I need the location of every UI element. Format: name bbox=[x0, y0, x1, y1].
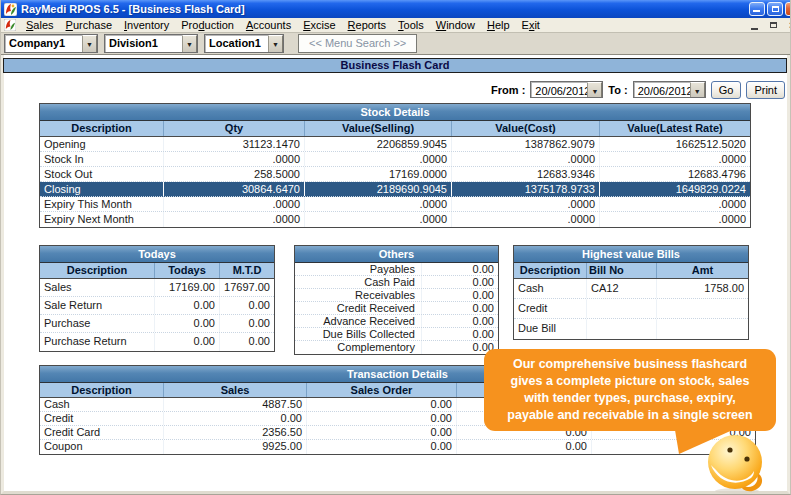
table-cell: 12683.4796 bbox=[600, 167, 750, 181]
table-cell: 0.00 bbox=[422, 276, 498, 288]
table-cell: 4887.50 bbox=[164, 398, 307, 411]
chevron-down-icon[interactable]: ▼ bbox=[182, 35, 197, 52]
column-header: Amt bbox=[657, 263, 748, 278]
table-header-row: DescriptionBill NoAmt bbox=[514, 263, 748, 279]
table-cell: .0000 bbox=[452, 197, 600, 211]
table-cell bbox=[657, 299, 748, 318]
page-title: Business Flash Card bbox=[3, 58, 787, 73]
table-cell: 9925.00 bbox=[164, 440, 307, 454]
location-select[interactable]: Location1 ▼ bbox=[204, 34, 284, 53]
table-cell: Expiry Next Month bbox=[40, 212, 164, 227]
close-button[interactable]: × bbox=[785, 2, 791, 16]
app-icon bbox=[4, 3, 17, 16]
table-cell: Cash bbox=[514, 279, 587, 298]
window-controls: × bbox=[749, 2, 791, 16]
table-cell: 0.00 bbox=[307, 440, 457, 454]
todays-table: TodaysDescriptionTodaysM.T.DSales17169.0… bbox=[39, 245, 275, 352]
mdi-minimize-button[interactable] bbox=[749, 20, 763, 32]
division-select[interactable]: Division1 ▼ bbox=[104, 34, 198, 53]
print-button[interactable]: Print bbox=[746, 81, 785, 99]
table-row: Sale Return0.000.00 bbox=[40, 297, 274, 315]
table-cell: 31123.1470 bbox=[164, 137, 305, 151]
company-select[interactable]: Company1 ▼ bbox=[4, 34, 98, 53]
menu-item-help[interactable]: Help bbox=[481, 18, 516, 32]
table-cell: 0.00 bbox=[164, 412, 307, 425]
from-label: From : bbox=[491, 84, 525, 96]
table-cell: 0.00 bbox=[220, 333, 274, 351]
table-cell: 0.00 bbox=[422, 328, 498, 340]
table-row: Receivables0.00 bbox=[295, 289, 498, 302]
table-row: Coupon9925.000.000.000.00 bbox=[40, 440, 755, 454]
table-cell: 17697.00 bbox=[220, 279, 274, 296]
table-row: Credit Received0.00 bbox=[295, 302, 498, 315]
toolbar: Company1 ▼ Division1 ▼ Location1 ▼ << Me… bbox=[1, 33, 790, 55]
table-cell: Advance Received bbox=[295, 315, 422, 327]
column-header: M.T.D bbox=[220, 263, 274, 278]
table-cell: Receivables bbox=[295, 289, 422, 301]
menu-item-purchase[interactable]: Purchase bbox=[60, 18, 118, 32]
mdi-restore-button[interactable] bbox=[767, 20, 781, 32]
table-title: Stock Details bbox=[40, 104, 750, 121]
to-date-select[interactable]: 20/06/2012 ▼ bbox=[633, 81, 706, 98]
close-icon: × bbox=[786, 3, 791, 15]
menu-item-window[interactable]: Window bbox=[430, 18, 481, 32]
table-cell: 1649829.0224 bbox=[600, 182, 750, 196]
table-row: Stock Out258.500017169.000012683.9346126… bbox=[40, 167, 750, 182]
table-cell: Coupon bbox=[40, 440, 164, 454]
table-title: Todays bbox=[40, 246, 274, 263]
minimize-button[interactable] bbox=[749, 2, 765, 16]
table-cell: Expiry This Month bbox=[40, 197, 164, 211]
menu-item-reports[interactable]: Reports bbox=[342, 18, 393, 32]
table-cell: 30864.6470 bbox=[164, 182, 305, 196]
smiley-icon bbox=[703, 434, 771, 495]
chevron-down-icon[interactable]: ▼ bbox=[587, 82, 602, 97]
table-cell: 17169.00 bbox=[155, 279, 220, 296]
chevron-down-icon[interactable]: ▼ bbox=[82, 35, 97, 52]
table-cell: .0000 bbox=[452, 212, 600, 227]
table-cell: CA12 bbox=[587, 279, 657, 298]
table-cell: 0.00 bbox=[422, 263, 498, 275]
minimize-icon bbox=[753, 10, 760, 12]
menu-item-inventory[interactable]: Inventory bbox=[118, 18, 175, 32]
table-cell: 2189690.9045 bbox=[305, 182, 452, 196]
mdi-close-button[interactable]: × bbox=[785, 20, 791, 32]
mdi-close-icon: × bbox=[785, 20, 791, 32]
table-cell: Sales bbox=[40, 279, 155, 296]
menu-item-sales[interactable]: Sales bbox=[20, 18, 60, 32]
menu-item-excise[interactable]: Excise bbox=[297, 18, 341, 32]
table-cell bbox=[587, 319, 657, 339]
restore-button[interactable] bbox=[767, 2, 783, 16]
table-cell: 2356.50 bbox=[164, 426, 307, 439]
table-cell: 0.00 bbox=[307, 426, 457, 439]
table-cell: 2206859.9045 bbox=[305, 137, 452, 151]
column-header: Description bbox=[40, 121, 164, 136]
table-cell: 0.00 bbox=[422, 315, 498, 327]
from-date-select[interactable]: 20/06/2012 ▼ bbox=[530, 81, 603, 98]
column-header: Value(Selling) bbox=[305, 121, 452, 136]
highest-value-bills-table: Highest value BillsDescriptionBill NoAmt… bbox=[513, 245, 749, 340]
table-row: Due Bill bbox=[514, 319, 748, 339]
go-button[interactable]: Go bbox=[711, 81, 742, 99]
table-cell: 0.00 bbox=[422, 302, 498, 314]
chevron-down-icon[interactable]: ▼ bbox=[268, 35, 283, 52]
column-header: Description bbox=[40, 383, 164, 397]
table-cell: Credit bbox=[40, 412, 164, 425]
window-title: RayMedi RPOS 6.5 - [Business Flash Card] bbox=[21, 3, 245, 15]
chevron-down-icon[interactable]: ▼ bbox=[690, 82, 705, 97]
callout-bubble: Our comprehensive business flashcardgive… bbox=[484, 349, 776, 431]
table-cell: Stock In bbox=[40, 152, 164, 166]
menu-bar: SalesPurchaseInventoryProductionAccounts… bbox=[1, 18, 790, 33]
menu-item-tools[interactable]: Tools bbox=[392, 18, 430, 32]
menu-search-button[interactable]: << Menu Search >> bbox=[298, 34, 417, 53]
mdi-restore-icon bbox=[770, 22, 777, 28]
table-cell: .0000 bbox=[164, 212, 305, 227]
others-table: OthersPayables0.00Cash Paid0.00Receivabl… bbox=[294, 245, 499, 355]
menu-item-exit[interactable]: Exit bbox=[516, 18, 546, 32]
mdi-window-controls: × bbox=[749, 19, 791, 32]
stock-details-table: Stock DetailsDescriptionQtyValue(Selling… bbox=[39, 103, 751, 228]
menu-item-production[interactable]: Production bbox=[175, 18, 240, 32]
menu-item-accounts[interactable]: Accounts bbox=[240, 18, 297, 32]
division-select-value: Division1 bbox=[105, 35, 182, 52]
table-row: Complementory0.00 bbox=[295, 341, 498, 354]
callout-line: payable and receivable in a single scree… bbox=[488, 407, 772, 424]
